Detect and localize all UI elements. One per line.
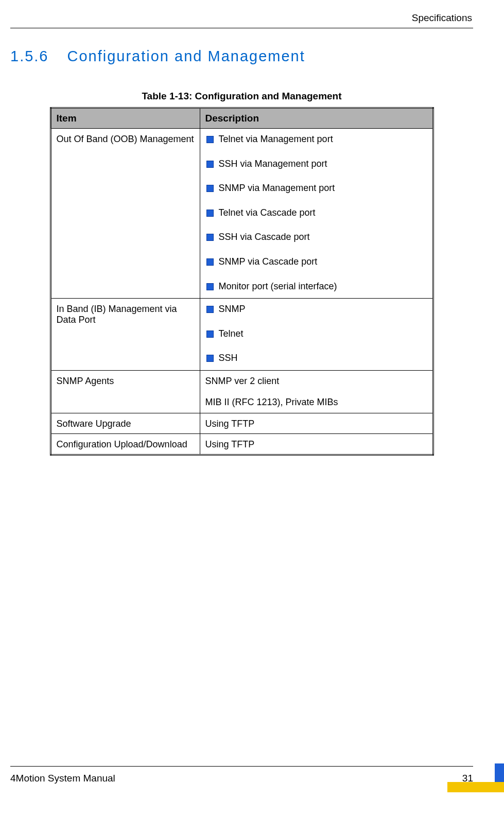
description-lines: SNMP ver 2 clientMIB II (RFC 1213), Priv… [205, 376, 427, 408]
corner-yellow-block [447, 782, 504, 792]
col-header-item: Item [50, 108, 200, 129]
footer-rule [10, 766, 473, 767]
list-item: Telnet via Cascade port [205, 207, 427, 219]
header-category: Specifications [10, 12, 473, 24]
table-row: Out Of Band (OOB) ManagementTelnet via M… [50, 129, 433, 299]
list-item: SNMP via Cascade port [205, 256, 427, 268]
cell-item: SNMP Agents [50, 370, 200, 413]
page-footer: 4Motion System Manual 31 [10, 766, 473, 784]
cell-item: Software Upgrade [50, 413, 200, 433]
list-item: SSH via Cascade port [205, 232, 427, 243]
bullet-list: SNMPTelnetSSH [205, 304, 427, 364]
cell-item: Configuration Upload/Download [50, 433, 200, 455]
section-number: 1.5.6 [10, 48, 49, 65]
list-item: SSH via Management port [205, 159, 427, 170]
table-row: Software UpgradeUsing TFTP [50, 413, 433, 433]
col-header-description: Description [200, 108, 433, 129]
cell-item: Out Of Band (OOB) Management [50, 129, 200, 299]
list-item: Monitor port (serial interface) [205, 281, 427, 292]
table-row: SNMP AgentsSNMP ver 2 clientMIB II (RFC … [50, 370, 433, 413]
spec-table: Item Description Out Of Band (OOB) Manag… [50, 107, 434, 456]
table-row: In Band (IB) Management via Data PortSNM… [50, 299, 433, 371]
list-item: SNMP [205, 304, 427, 315]
bullet-list: Telnet via Management portSSH via Manage… [205, 134, 427, 292]
list-item: SNMP via Management port [205, 183, 427, 194]
list-item: SSH [205, 353, 427, 364]
description-line: MIB II (RFC 1213), Private MIBs [205, 397, 427, 408]
header-rule [10, 28, 473, 28]
corner-decoration [447, 763, 504, 792]
cell-description: Using TFTP [200, 433, 433, 455]
corner-blue-block [495, 763, 504, 782]
cell-item: In Band (IB) Management via Data Port [50, 299, 200, 371]
cell-description: Telnet via Management portSSH via Manage… [200, 129, 433, 299]
list-item: Telnet via Management port [205, 134, 427, 145]
description-line: SNMP ver 2 client [205, 376, 427, 387]
list-item: Telnet [205, 328, 427, 340]
cell-description: SNMP ver 2 clientMIB II (RFC 1213), Priv… [200, 370, 433, 413]
cell-description: SNMPTelnetSSH [200, 299, 433, 371]
table-row: Configuration Upload/DownloadUsing TFTP [50, 433, 433, 455]
footer-manual-title: 4Motion System Manual [10, 773, 115, 784]
section-title: Configuration and Management [67, 48, 305, 64]
section-heading: 1.5.6Configuration and Management [10, 48, 473, 65]
cell-description: Using TFTP [200, 413, 433, 433]
table-caption: Table 1-13: Configuration and Management [10, 91, 473, 102]
